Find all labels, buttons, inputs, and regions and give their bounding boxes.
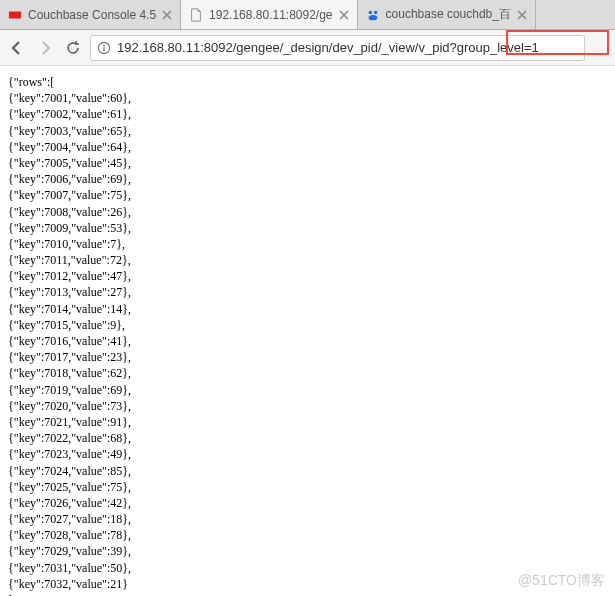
tab-title: 192.168.80.11:8092/ge: [209, 8, 332, 22]
forward-button[interactable]: [34, 37, 56, 59]
tab-baidu-search[interactable]: couchbase couchdb_百: [358, 0, 536, 29]
tab-title: couchbase couchdb_百: [386, 6, 511, 23]
json-rows: {"key":7001,"value":60}, {"key":7002,"va…: [8, 91, 131, 591]
close-icon[interactable]: [162, 10, 172, 20]
tab-bar: Couchbase Console 4.5 192.168.80.11:8092…: [0, 0, 615, 30]
json-header: {"rows":[: [8, 75, 54, 89]
arrow-right-icon: [37, 40, 53, 56]
info-icon[interactable]: [97, 41, 111, 55]
url-text: 192.168.80.11:8092/gengee/_design/dev_pi…: [117, 40, 578, 55]
watermark: @51CTO博客: [518, 572, 605, 590]
nav-bar: 192.168.80.11:8092/gengee/_design/dev_pi…: [0, 30, 615, 66]
baidu-icon: [366, 8, 380, 22]
svg-rect-0: [9, 11, 21, 18]
page-icon: [189, 8, 203, 22]
arrow-left-icon: [9, 40, 25, 56]
couchbase-icon: [8, 8, 22, 22]
tab-title: Couchbase Console 4.5: [28, 8, 156, 22]
svg-point-2: [373, 10, 377, 14]
tab-couchbase-console[interactable]: Couchbase Console 4.5: [0, 0, 181, 29]
url-bar[interactable]: 192.168.80.11:8092/gengee/_design/dev_pi…: [90, 35, 585, 61]
close-icon[interactable]: [517, 10, 527, 20]
svg-point-5: [103, 44, 105, 46]
svg-point-3: [368, 15, 377, 20]
svg-rect-6: [103, 47, 104, 51]
tab-json-view[interactable]: 192.168.80.11:8092/ge: [181, 0, 357, 29]
json-response-body: {"rows":[ {"key":7001,"value":60}, {"key…: [0, 66, 615, 596]
close-icon[interactable]: [339, 10, 349, 20]
reload-icon: [65, 40, 81, 56]
svg-point-1: [368, 10, 372, 14]
back-button[interactable]: [6, 37, 28, 59]
reload-button[interactable]: [62, 37, 84, 59]
